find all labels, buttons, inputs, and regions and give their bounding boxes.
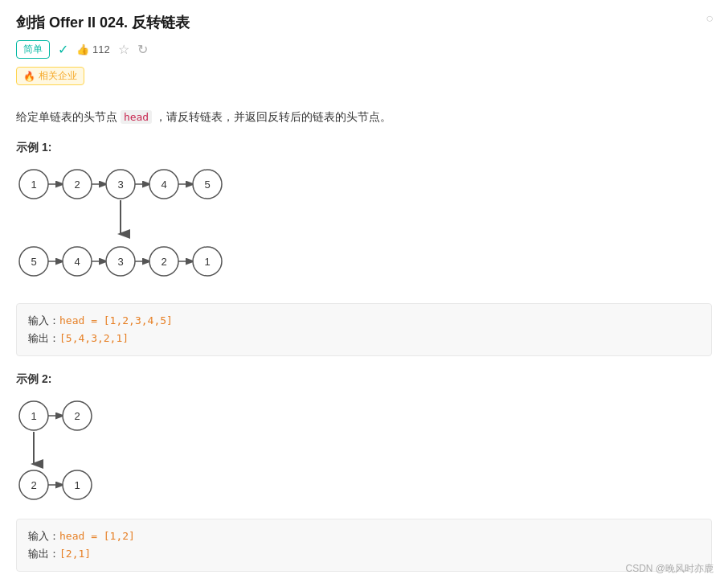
fire-icon: 🔥 (23, 71, 35, 82)
desc-text-after: ，请反转链表，并返回反转后的链表的头节点。 (152, 110, 391, 123)
ex1-input-value: head = [1,2,3,4,5] (59, 314, 173, 326)
desc-code: head (121, 110, 152, 124)
like-section[interactable]: 👍 112 (76, 43, 110, 55)
example-1-diagram: 1 2 3 4 5 5 (16, 165, 712, 294)
example-2-title: 示例 2: (16, 372, 712, 387)
like-count: 112 (92, 43, 110, 55)
example-2-diagram: 1 2 2 1 (16, 396, 712, 509)
svg-text:1: 1 (31, 178, 36, 190)
svg-text:4: 4 (74, 255, 80, 267)
page-title: 剑指 Offer II 024. 反转链表 (16, 13, 712, 32)
watermark: CSDN @晚风时亦鹿 (625, 562, 714, 576)
company-tag[interactable]: 🔥 相关企业 (16, 67, 84, 85)
example-1-code: 输入：head = [1,2,3,4,5] 输出：[5,4,3,2,1] (16, 303, 712, 356)
svg-text:3: 3 (117, 178, 123, 190)
svg-text:3: 3 (117, 255, 123, 267)
example-1: 示例 1: 1 2 3 (16, 141, 712, 356)
star-icon[interactable]: ☆ (118, 42, 129, 57)
svg-text:2: 2 (74, 409, 80, 421)
example-2: 示例 2: 1 2 2 1 (16, 372, 712, 572)
svg-text:1: 1 (204, 255, 210, 267)
settings-icon[interactable]: ○ (706, 11, 714, 26)
example-1-title: 示例 1: (16, 141, 712, 155)
ex1-output-value: [5,4,3,2,1] (59, 332, 129, 344)
refresh-icon[interactable]: ↻ (137, 42, 148, 57)
svg-text:5: 5 (204, 178, 210, 190)
check-icon: ✓ (58, 42, 68, 57)
svg-text:5: 5 (31, 255, 36, 267)
company-tag-label: 相关企业 (39, 69, 77, 83)
svg-text:1: 1 (31, 409, 36, 421)
svg-text:2: 2 (74, 178, 80, 190)
ex2-output-value: [2,1] (59, 548, 91, 560)
svg-text:2: 2 (161, 255, 166, 267)
ex2-input-value: head = [1,2] (59, 530, 135, 542)
thumbs-up-icon: 👍 (76, 43, 89, 55)
svg-text:2: 2 (31, 478, 36, 491)
svg-text:4: 4 (161, 178, 166, 190)
example-2-code: 输入：head = [1,2] 输出：[2,1] (16, 519, 712, 572)
example-1-svg: 1 2 3 4 5 5 (16, 165, 249, 294)
ex1-output-label: 输出： (28, 332, 59, 344)
desc-text-before: 给定单链表的头节点 (16, 110, 121, 123)
svg-text:1: 1 (74, 478, 80, 491)
example-2-svg: 1 2 2 1 (16, 396, 129, 509)
toolbar: 简单 ✓ 👍 112 ☆ ↻ (16, 40, 712, 59)
difficulty-badge[interactable]: 简单 (16, 40, 50, 59)
ex1-input-label: 输入： (28, 314, 59, 326)
problem-description: 给定单链表的头节点 head ，请反转链表，并返回反转后的链表的头节点。 (16, 108, 712, 126)
ex2-output-label: 输出： (28, 548, 59, 560)
ex2-input-label: 输入： (28, 530, 59, 542)
